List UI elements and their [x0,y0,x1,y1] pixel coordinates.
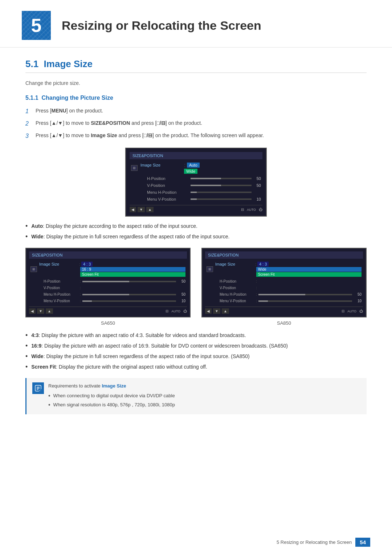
sa650-val3: Screen Fit [80,272,185,277]
bullet-wide-text: Wide: Display the picture in full screen… [31,233,229,241]
note-sub-dot-1: • [48,392,50,400]
sa850-enter: ⊟ [342,309,344,313]
auto-label: AUTO [247,208,256,212]
bullet-list-1: • Auto: Display the picture according to… [25,222,367,241]
bullet-wide: • Wide: Display the picture in full scre… [25,233,367,241]
note-icon: ✓ [32,382,44,394]
monitor-bottom-bar: ◀ ▼ ▲ ⊟ AUTO ⏻ [130,205,262,212]
chapter-number: 5 [31,15,42,36]
step-1: 1 Press [MENU] on the product. [25,107,367,116]
down-btn: ▼ [138,207,145,212]
bullet-169-text: 16:9: Display the picture with an aspect… [31,342,288,350]
chapter-title: Resizing or Relocating the Screen [62,19,261,33]
sa650-menu-title: SIZE&POSITION [29,251,187,259]
sa650-right-icons: ⊟ AUTO ⏻ [166,309,187,313]
sa850-screen: SIZE&POSITION ⊞ Image Size : 4 : 3 Wide [201,248,367,317]
section-5-1: 5.1 Image Size Change the picture size. [25,58,367,86]
dual-monitor-row: SIZE&POSITION ⊞ Image Size : 4 : 3 16 : … [25,248,367,326]
sa850-left: ◀ [205,308,212,314]
note-sub-list: • When connecting to digital output devi… [48,392,175,409]
footer: 5 Resizing or Relocating the Screen 54 [277,538,370,547]
v-pos-track [191,185,252,186]
sa650-menu-h: Menu H-Position : 50 [42,292,187,297]
subsection-title: 5.1.1 Changing the Picture Size [25,95,367,101]
bullet-list-2: • 4:3: Display the picture with an aspec… [25,332,367,371]
sa650-wrapper: SIZE&POSITION ⊞ Image Size : 4 : 3 16 : … [25,248,191,326]
sa850-bottom-bar: ◀ ▼ ▲ ⊟ AUTO ⏻ [205,307,363,314]
chapter-number-box: 5 [22,11,51,40]
sa850-menu-title: SIZE&POSITION [205,251,363,259]
main-monitor-container: SIZE&POSITION ⊞ Image Size : Auto Wide [25,148,367,217]
sa850-power: ⏻ [359,309,363,313]
bullet-43-text: 4:3: Display the picture with an aspect … [31,332,246,339]
bullet-dot-2: • [25,233,28,240]
h-pos-val: 50 [254,176,261,181]
nav-icons: ◀ ▼ ▲ [130,207,154,212]
menu-v-row: Menu V-Position 10 [130,196,262,202]
main-content: 5.1 Image Size Change the picture size. … [0,51,392,436]
sa850-v-pos: V-Position : [218,285,363,291]
main-monitor-screen: SIZE&POSITION ⊞ Image Size : Auto Wide [125,148,267,217]
sa650-nav: ◀ ▼ ▲ [29,308,53,314]
sa650-auto: AUTO [171,309,180,313]
sa850-right-icons: ⊟ AUTO ⏻ [342,309,363,313]
menu-h-row: Menu H-Position [130,189,262,195]
power-icon: ⏻ [259,208,262,212]
sa650-v-pos: V-Position : [42,285,187,291]
sa850-h-pos: H-Position : [218,279,363,284]
bullet-dot-6: • [25,364,28,370]
step-3-text: Press [▲/▼] to move to Image Size and pr… [36,132,264,140]
menu-v-track [191,198,252,200]
note-content: Requirements to activate Image Size • Wh… [48,382,175,410]
section-title: 5.1 Image Size [25,58,367,73]
footer-page: 54 [355,538,370,547]
h-pos-label: H-Position [147,176,191,181]
step-3-num: 3 [25,132,31,140]
image-size-row: ⊞ Image Size : Auto Wide [130,161,262,175]
sa650-val2: 16 : 9 [80,267,185,272]
sa650-h-pos: H-Position : 50 [42,279,187,284]
main-menu-title: SIZE&POSITION [130,152,262,159]
bullet-auto-text: Auto: Display the picture according to t… [31,222,197,230]
menu-h-track [191,192,252,193]
sa650-down: ▼ [37,308,44,314]
sa850-up: ▲ [222,308,229,314]
sa650-screen: SIZE&POSITION ⊞ Image Size : 4 : 3 16 : … [25,248,191,317]
sa650-up: ▲ [46,308,53,314]
sa850-menu-v: Menu V-Position : 10 [218,298,363,304]
step-1-text: Press [MENU] on the product. [36,107,103,116]
wide-value: Wide [184,169,197,174]
sa650-image-size-row: ⊞ Image Size : 4 : 3 16 : 9 Screen Fit [29,261,187,278]
auto-value: Auto [187,163,200,168]
step-2-num: 2 [25,119,31,128]
bullet-dot-4: • [25,342,28,349]
bullet-dot-1: • [25,223,28,229]
sa850-wrapper: SIZE&POSITION ⊞ Image Size : 4 : 3 Wide [201,248,367,326]
enter-icon: ⊟ [241,208,244,212]
step-2: 2 Press [▲/▼] to move to SIZE&POSITION a… [25,119,367,128]
note-sub-1-text: When connecting to digital output device… [53,392,175,400]
sa850-icon: ⊞ [207,266,213,272]
sa650-left: ◀ [29,308,36,314]
sa850-val3: Screen Fit [256,272,362,277]
image-size-label: Image Size [140,163,184,167]
bullet-wide2: • Wide: Display the picture in full scre… [25,353,367,360]
sa850-caption: SA850 [277,320,291,326]
note-box: ✓ Requirements to activate Image Size • … [25,378,367,414]
subsection-5-1-1: 5.1.1 Changing the Picture Size 1 Press … [25,95,367,414]
sa650-power: ⏻ [183,309,187,313]
bullet-screenfit: • Screen Fit: Display the picture with t… [25,363,367,371]
sa850-val1: 4 : 3 [257,262,269,267]
sa850-image-size-label: Image Size [215,262,255,266]
sa850-nav: ◀ ▼ ▲ [205,308,229,314]
sa850-image-size-row: ⊞ Image Size : 4 : 3 Wide Screen Fit [205,261,363,278]
bullet-wide2-text: Wide: Display the picture in full screen… [31,353,249,360]
section-intro: Change the picture size. [25,80,367,86]
v-position-row: V-Position 50 [130,182,262,188]
step-1-num: 1 [25,107,31,116]
sa650-menu-v: Menu V-Position : 10 [42,298,187,304]
sa650-val1: 4 : 3 [81,262,93,267]
left-btn: ◀ [130,207,136,212]
menu-h-label: Menu H-Position [147,190,191,194]
up-btn: ▲ [146,207,154,212]
